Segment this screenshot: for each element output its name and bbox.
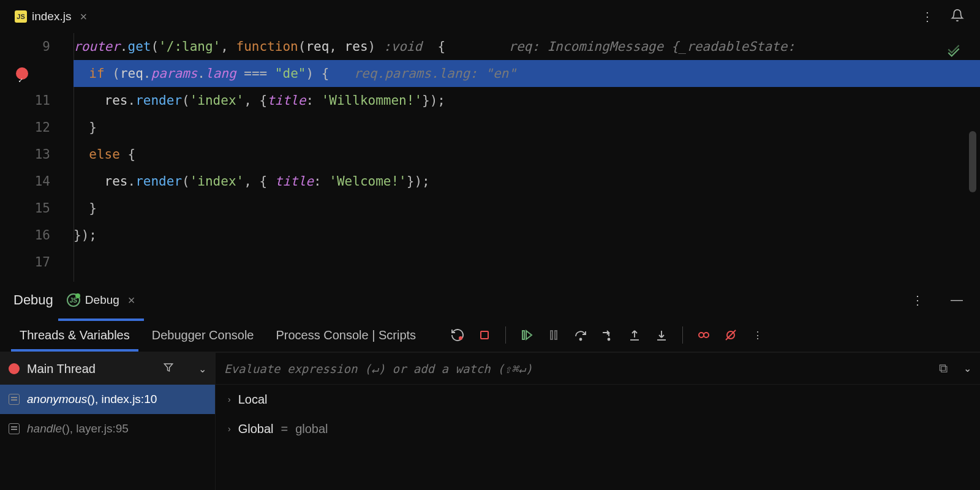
svg-point-9 <box>704 333 709 337</box>
file-tab[interactable]: JS index.js × <box>7 0 94 33</box>
thread-suspended-icon <box>9 363 20 374</box>
code-line-15[interactable]: } <box>74 195 980 222</box>
frame-icon <box>9 394 20 405</box>
code-line-17[interactable] <box>74 249 980 276</box>
code-line-9[interactable]: router.get('/:lang', function(req, res) … <box>74 33 980 60</box>
nodejs-icon: JS <box>67 293 80 307</box>
svg-point-7 <box>608 339 610 341</box>
code-line-10-active[interactable]: if (req.params.lang === "de") {req.param… <box>74 60 980 87</box>
svg-rect-5 <box>555 331 557 339</box>
debug-toolbar: Threads & Variables Debugger Console Pro… <box>0 318 980 353</box>
line-number[interactable]: 16 <box>0 222 50 249</box>
view-breakpoints-icon[interactable] <box>693 324 715 346</box>
thread-name: Main Thread <box>27 362 156 376</box>
svg-rect-1 <box>481 331 488 339</box>
expand-icon[interactable]: › <box>228 424 231 434</box>
stack-frame[interactable]: anonymous(), index.js:10 <box>0 385 215 414</box>
stack-frame[interactable]: handle(), layer.js:95 <box>0 414 215 443</box>
evaluate-expression-input[interactable] <box>224 362 932 375</box>
chevron-down-icon[interactable]: ⌄ <box>963 363 971 374</box>
line-number[interactable]: 14 <box>0 168 50 195</box>
debug-session-tab[interactable]: JS Debug × <box>58 282 144 318</box>
svg-marker-3 <box>526 331 532 339</box>
svg-point-8 <box>699 333 704 337</box>
variable-scope[interactable]: › Global = global <box>216 414 980 443</box>
variable-scope[interactable]: › Local <box>216 385 980 414</box>
js-file-icon: JS <box>15 10 27 23</box>
line-number[interactable]: 15 <box>0 195 50 222</box>
tab-threads-variables[interactable]: Threads & Variables <box>11 318 138 352</box>
notifications-bell-icon[interactable] <box>942 9 973 25</box>
inspection-ok-icon[interactable] <box>946 43 962 70</box>
svg-marker-12 <box>164 364 173 371</box>
filter-icon[interactable] <box>163 362 174 375</box>
editor-scrollbar[interactable] <box>969 131 976 192</box>
thread-row[interactable]: Main Thread ⌄ <box>0 353 215 385</box>
gutter: 9 11 12 13 14 15 16 17 <box>0 33 67 276</box>
frames-panel: Main Thread ⌄ anonymous(), index.js:10 h… <box>0 353 216 490</box>
line-number[interactable]: 11 <box>0 87 50 114</box>
code-line-14[interactable]: res.render('index', { title: 'Welcome!'}… <box>74 168 980 195</box>
expand-icon[interactable]: › <box>228 394 231 404</box>
frame-icon <box>9 423 20 434</box>
line-number[interactable]: 13 <box>0 141 50 168</box>
stop-icon[interactable] <box>473 324 496 346</box>
close-session-icon[interactable]: × <box>128 293 135 307</box>
chevron-down-icon[interactable]: ⌄ <box>198 363 206 375</box>
svg-rect-2 <box>522 331 524 339</box>
more-icon[interactable]: ⋮ <box>913 9 942 24</box>
debug-body: Main Thread ⌄ anonymous(), index.js:10 h… <box>0 353 980 490</box>
close-tab-icon[interactable]: × <box>80 10 87 24</box>
add-watch-icon[interactable]: ⧉ <box>939 361 948 375</box>
debug-panel-header: Debug JS Debug × ⋮ — <box>0 282 980 318</box>
code-area[interactable]: router.get('/:lang', function(req, res) … <box>74 33 980 276</box>
mute-breakpoints-icon[interactable] <box>720 324 742 346</box>
svg-rect-4 <box>551 331 552 339</box>
variables-panel: ⧉ ⌄ › Local › Global = global <box>216 353 980 490</box>
toolbar-more-icon[interactable]: ⋮ <box>747 324 769 346</box>
tab-filename: index.js <box>32 10 71 23</box>
line-number[interactable]: 9 <box>0 33 50 60</box>
line-number[interactable]: 17 <box>0 249 50 276</box>
code-line-16[interactable]: }); <box>74 222 980 249</box>
step-into-icon[interactable] <box>597 324 619 346</box>
code-line-13[interactable]: else { <box>74 141 980 168</box>
step-over-icon[interactable] <box>570 324 592 346</box>
breakpoint-icon[interactable] <box>16 67 28 80</box>
minimize-panel-icon[interactable]: — <box>942 293 971 307</box>
step-into-my-icon[interactable] <box>650 324 673 346</box>
inline-debug-hint: req.params.lang: "en" <box>353 60 516 87</box>
code-editor[interactable]: 9 11 12 13 14 15 16 17 router.get('/:lan… <box>0 33 980 282</box>
rerun-icon[interactable] <box>447 324 469 346</box>
line-number[interactable]: 12 <box>0 114 50 141</box>
pause-icon[interactable] <box>543 324 565 346</box>
svg-point-0 <box>459 336 462 340</box>
evaluate-expression-row: ⧉ ⌄ <box>216 353 980 385</box>
svg-point-6 <box>580 339 582 341</box>
step-out-icon[interactable] <box>624 324 646 346</box>
debug-title: Debug <box>9 292 58 308</box>
code-line-12[interactable]: } <box>74 114 980 141</box>
resume-icon[interactable] <box>516 324 538 346</box>
inline-debug-hint: req: IncomingMessage {_readableState: <box>508 33 802 60</box>
editor-tab-bar: JS index.js × ⋮ <box>0 0 980 33</box>
tab-process-console[interactable]: Process Console | Scripts <box>268 318 425 352</box>
debug-more-icon[interactable]: ⋮ <box>903 293 932 307</box>
code-line-11[interactable]: res.render('index', {title: 'Willkommen!… <box>74 87 980 114</box>
tab-debugger-console[interactable]: Debugger Console <box>143 318 263 352</box>
debug-session-name: Debug <box>85 293 119 307</box>
